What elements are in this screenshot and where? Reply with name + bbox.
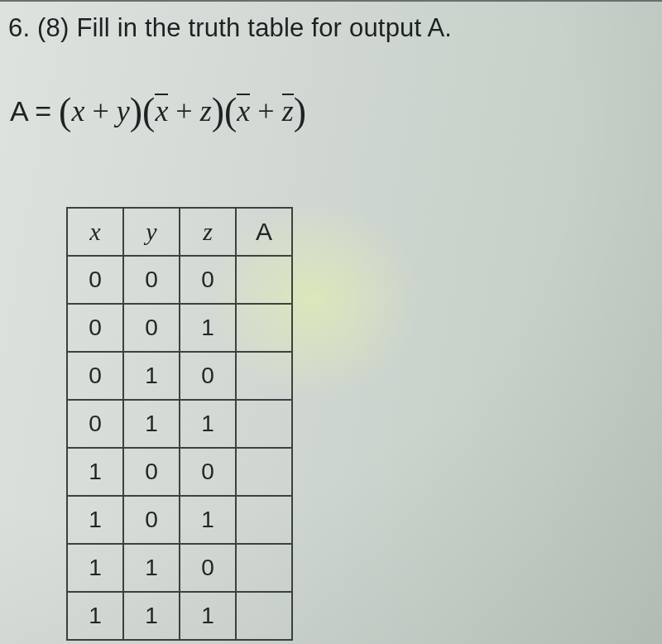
truth-table-wrap: x y z A 0 0 0 0 0 1: [66, 207, 293, 641]
cell: 0: [67, 400, 123, 448]
cell-a[interactable]: [236, 352, 292, 400]
cell: 1: [67, 448, 123, 496]
cell: 1: [67, 592, 123, 640]
formula-lhs: A =: [10, 95, 51, 127]
cell-a[interactable]: [236, 400, 292, 448]
cell: 1: [180, 496, 236, 544]
cell: 0: [180, 544, 236, 592]
cell-a[interactable]: [236, 304, 292, 352]
term3-a: x: [237, 94, 250, 127]
table-row: 1 0 1: [67, 496, 292, 544]
cell-a[interactable]: [236, 544, 292, 592]
cell: 0: [67, 256, 123, 304]
term3-a-bar: x: [237, 94, 250, 126]
col-z: z: [180, 208, 236, 256]
formula: A = (x + y)(x + z)(x + z): [10, 86, 306, 130]
term2-a-bar: x: [155, 94, 168, 126]
term1-op: +: [84, 94, 116, 127]
term3-b: z: [282, 94, 294, 127]
cell: 0: [123, 448, 180, 496]
cell-a[interactable]: [236, 256, 292, 304]
cell-a[interactable]: [236, 496, 292, 544]
table-row: 1 1 1: [67, 592, 292, 640]
close-paren-2: ): [212, 90, 224, 132]
cell-a[interactable]: [236, 592, 292, 640]
table-row: 0 1 0: [67, 352, 292, 400]
term3-b-bar: z: [282, 94, 294, 126]
close-paren-3: ): [294, 90, 306, 132]
cell-a[interactable]: [236, 448, 292, 496]
cell: 1: [123, 352, 180, 400]
open-paren-2: (: [142, 90, 155, 132]
cell: 0: [67, 304, 123, 352]
term2-a: x: [155, 94, 168, 127]
table-header-row: x y z A: [67, 208, 292, 256]
cell: 0: [123, 256, 180, 304]
cell: 0: [123, 304, 180, 352]
term2-b: z: [200, 94, 212, 127]
term1-a: x: [71, 94, 84, 127]
term2-op: +: [168, 94, 199, 127]
table-row: 0 0 1: [67, 304, 292, 352]
question-prompt: Fill in the truth table for output A.: [76, 13, 452, 42]
question-points: (8): [37, 13, 70, 42]
cell: 0: [180, 448, 236, 496]
table-body: 0 0 0 0 0 1 0 1 0 0: [67, 256, 292, 640]
cell: 1: [123, 544, 180, 592]
col-x: x: [67, 208, 123, 256]
cell: 1: [180, 592, 236, 640]
cell: 1: [67, 496, 123, 544]
question-text: 6. (8) Fill in the truth table for outpu…: [8, 13, 654, 43]
cell: 0: [67, 352, 123, 400]
term1-b: y: [117, 94, 130, 127]
cell: 0: [123, 496, 180, 544]
table-row: 1 0 0: [67, 448, 292, 496]
cell: 1: [180, 304, 236, 352]
col-y: y: [123, 208, 180, 256]
cell: 1: [180, 400, 236, 448]
cell: 1: [67, 544, 123, 592]
open-paren-1: (: [59, 90, 71, 132]
term3-op: +: [250, 94, 281, 127]
cell: 0: [180, 256, 236, 304]
open-paren-3: (: [224, 90, 237, 132]
cell: 0: [180, 352, 236, 400]
question-number: 6.: [8, 13, 30, 42]
question-page: 6. (8) Fill in the truth table for outpu…: [0, 0, 662, 644]
close-paren-1: ): [130, 90, 142, 132]
table-row: 0 1 1: [67, 400, 292, 448]
table-row: 1 1 0: [67, 544, 292, 592]
col-a: A: [236, 208, 292, 256]
table-row: 0 0 0: [67, 256, 292, 304]
cell: 1: [123, 400, 180, 448]
truth-table: x y z A 0 0 0 0 0 1: [66, 207, 293, 641]
cell: 1: [123, 592, 180, 640]
